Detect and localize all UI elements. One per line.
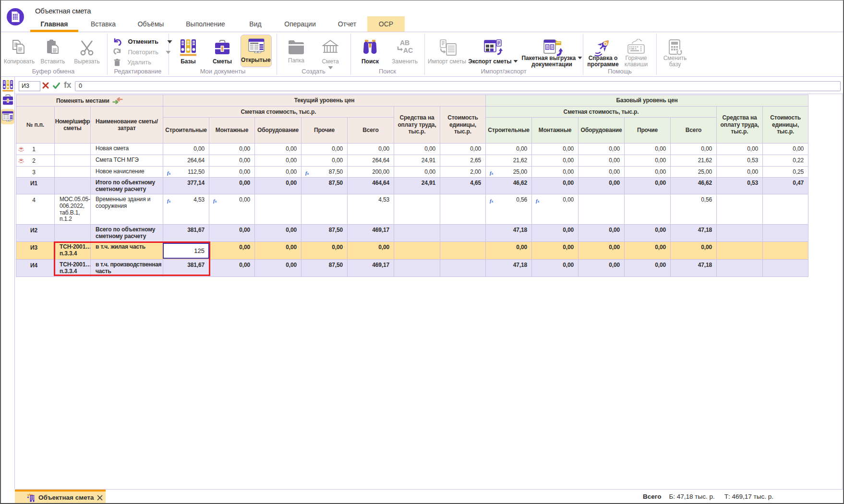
svg-text:AB: AB xyxy=(400,39,410,47)
svg-text:AC: AC xyxy=(403,47,413,54)
